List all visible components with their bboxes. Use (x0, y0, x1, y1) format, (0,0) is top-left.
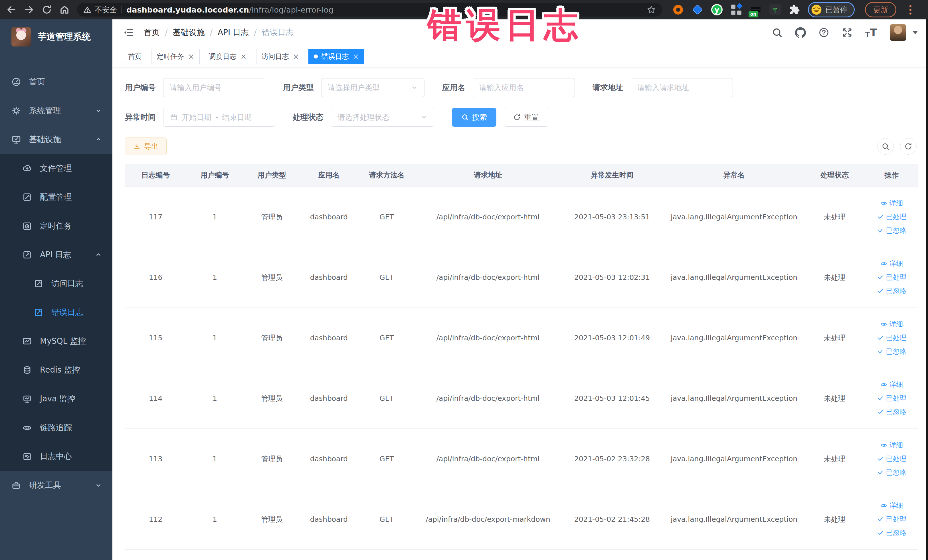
chevron-up-icon (95, 251, 102, 258)
table-row: 1171管理员dashboardGET/api/infra/db-doc/exp… (125, 186, 918, 247)
process-status-select[interactable]: 请选择处理状态 (331, 108, 434, 127)
sidebar-item-mysql-monitor[interactable]: MySQL 监控 (0, 327, 112, 356)
user-type-select[interactable]: 请选择用户类型 (321, 78, 424, 97)
row-action-detail[interactable]: 详细 (881, 380, 903, 389)
row-action-ignored[interactable]: 已忽略 (877, 468, 907, 477)
search-icon[interactable] (772, 27, 783, 38)
view-icon (881, 200, 887, 206)
sidebar-item-config-management[interactable]: 配置管理 (0, 183, 112, 211)
export-button[interactable]: 导出 (125, 137, 166, 155)
row-action-detail[interactable]: 详细 (881, 319, 903, 329)
row-action-detail[interactable]: 详细 (881, 441, 903, 450)
row-action-ignored[interactable]: 已忽略 (877, 226, 907, 235)
home-icon[interactable] (60, 5, 70, 15)
user-avatar[interactable] (890, 24, 906, 41)
forward-icon[interactable] (24, 5, 34, 15)
row-action-ignored[interactable]: 已忽略 (877, 407, 907, 417)
row-action-detail[interactable]: 详细 (881, 198, 903, 208)
sidebar-item-redis-monitor[interactable]: Redis 监控 (0, 356, 112, 384)
search-button[interactable]: 搜索 (452, 108, 496, 127)
tab-home[interactable]: 首页 (123, 49, 147, 64)
sidebar-item-error-log[interactable]: 错误日志 (0, 298, 112, 327)
site-security[interactable]: 不安全 (83, 5, 117, 15)
reload-icon[interactable] (42, 5, 52, 15)
row-action-processed[interactable]: 已处理 (877, 454, 907, 463)
eye-icon (22, 423, 32, 432)
sidebar-item-access-log[interactable]: 访问日志 (0, 269, 112, 298)
row-action-detail[interactable]: 详细 (881, 501, 903, 510)
extension-y-icon[interactable]: y (711, 4, 723, 16)
extension-gem-icon[interactable] (691, 4, 704, 16)
github-icon[interactable] (795, 27, 806, 38)
profile-paused-chip[interactable]: 已暂停 (808, 2, 855, 17)
column-header: 操作 (865, 164, 918, 186)
check-icon (877, 288, 884, 294)
sidebar-item-scheduled-tasks[interactable]: 定时任务 (0, 211, 112, 240)
cell-method: GET (357, 247, 416, 308)
close-icon[interactable]: × (241, 53, 247, 60)
row-action-ignored[interactable]: 已忽略 (877, 347, 907, 356)
extension-orange-icon[interactable] (672, 4, 684, 16)
sidebar-item-java-monitor[interactable]: Java 监控 (0, 384, 112, 413)
sidebar-item-system-management[interactable]: 系统管理 (0, 96, 112, 125)
tab-scheduled-tasks[interactable]: 定时任务× (151, 49, 200, 64)
column-header: 请求方法名 (357, 164, 416, 186)
cell-status: 未处理 (804, 368, 865, 429)
extension-on-switch-icon[interactable]: on (750, 4, 762, 16)
sidebar-item-file-management[interactable]: 文件管理 (0, 154, 112, 183)
dashboard-icon (11, 77, 21, 87)
url-path: /infra/log/api-error-log (249, 5, 333, 14)
row-action-processed[interactable]: 已处理 (877, 515, 907, 524)
breadcrumb-item[interactable]: 基础设施 (172, 27, 205, 38)
sidebar-item-trace[interactable]: 链路追踪 (0, 413, 112, 442)
row-action-processed[interactable]: 已处理 (877, 394, 907, 403)
close-icon[interactable]: × (293, 53, 299, 60)
row-action-processed[interactable]: 已处理 (877, 212, 907, 221)
extension-grid-icon[interactable] (730, 4, 742, 16)
extension-plant-icon[interactable] (769, 4, 781, 16)
cell-user_type: 管理员 (243, 308, 301, 368)
tab-error-log[interactable]: 错误日志× (308, 49, 364, 64)
breadcrumb-item[interactable]: API 日志 (218, 27, 249, 38)
bookmark-star-icon[interactable] (646, 5, 656, 15)
show-search-button[interactable] (877, 138, 894, 155)
close-icon[interactable]: × (353, 53, 359, 60)
update-button[interactable]: 更新 (865, 2, 896, 17)
font-size-icon[interactable]: TT (865, 27, 877, 38)
row-action-ignored[interactable]: 已忽略 (877, 528, 907, 537)
sidebar-item-dev-tools[interactable]: 研发工具 (0, 471, 112, 499)
sidebar-item-home[interactable]: 首页 (0, 67, 112, 96)
help-icon[interactable] (818, 27, 829, 38)
user-id-input[interactable] (163, 78, 265, 97)
sidebar-item-infrastructure[interactable]: 基础设施 (0, 125, 112, 154)
close-icon[interactable]: × (188, 53, 194, 60)
extensions-puzzle-icon[interactable] (789, 4, 800, 16)
exception-time-range-picker[interactable]: 开始日期 - 结束日期 (163, 108, 275, 127)
breadcrumb-item[interactable]: 首页 (144, 27, 160, 38)
row-action-detail[interactable]: 详细 (881, 259, 903, 268)
sidebar-fold-icon[interactable] (123, 27, 134, 38)
row-action-ignored[interactable]: 已忽略 (877, 287, 907, 296)
sidebar-item-log-center[interactable]: 日志中心 (0, 442, 112, 471)
app-name-input[interactable] (473, 78, 575, 97)
log-edit-icon (34, 308, 43, 317)
avatar-caret-icon[interactable] (913, 31, 918, 34)
logo-row[interactable]: 芋道管理系统 (0, 20, 112, 54)
cell-exception: java.lang.IllegalArgumentException (664, 247, 804, 308)
fullscreen-icon[interactable] (842, 27, 853, 38)
cell-method: GET (357, 489, 416, 549)
logo-title: 芋道管理系统 (38, 31, 91, 43)
address-bar[interactable]: 不安全 dashboard.yudao.iocoder.cn/infra/log… (77, 3, 662, 17)
row-action-processed[interactable]: 已处理 (877, 333, 907, 342)
browser-menu-icon[interactable] (910, 5, 911, 15)
reset-button[interactable]: 重置 (504, 108, 548, 127)
back-icon[interactable] (6, 5, 17, 15)
request-url-input[interactable] (631, 78, 733, 97)
row-action-processed[interactable]: 已处理 (877, 273, 907, 282)
cell-method: GET (357, 429, 416, 489)
tab-schedule-log[interactable]: 调度日志× (204, 49, 252, 64)
tab-access-log[interactable]: 访问日志× (256, 49, 305, 64)
cell-app: dashboard (301, 247, 357, 308)
sidebar-item-api-log[interactable]: API 日志 (0, 240, 112, 269)
refresh-table-button[interactable] (900, 138, 917, 155)
